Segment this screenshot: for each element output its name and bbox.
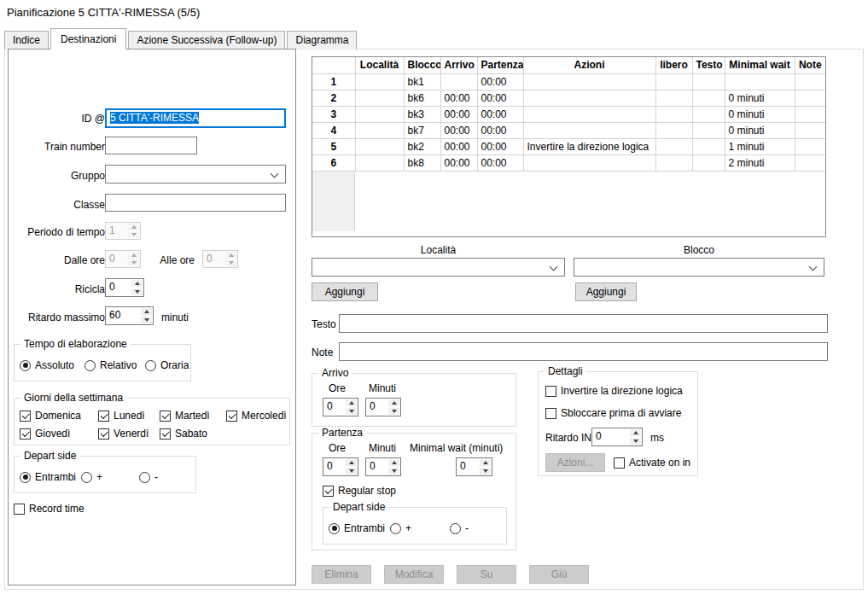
checkbox-sabato[interactable]: Sabato [160, 428, 207, 440]
train-number-input[interactable] [105, 137, 197, 154]
spin-up-icon[interactable] [141, 308, 152, 315]
checkbox-icon [98, 428, 109, 440]
checkbox-regular-stop[interactable]: Regular stop [323, 485, 396, 497]
spin-down-icon[interactable] [480, 468, 491, 475]
spin-down-icon[interactable] [131, 288, 143, 295]
checkbox-domenica[interactable]: Domenica [20, 410, 81, 422]
checkbox-sbloccare[interactable]: Sbloccare prima di avviare [545, 407, 681, 419]
blocco-label: Blocco [574, 244, 824, 256]
spin-down-icon[interactable] [388, 408, 399, 415]
radio-assoluto[interactable]: Assoluto [20, 359, 74, 371]
ritardo-massimo-label: Ritardo massimo [15, 312, 105, 323]
radio-plus[interactable]: + [81, 471, 102, 483]
localita-combobox[interactable] [312, 258, 565, 277]
radio-oraria[interactable]: Oraria [145, 359, 189, 371]
radio-partenza-entrambi[interactable]: Entrambi [329, 522, 385, 534]
partenza-ore-label: Ore [329, 442, 346, 454]
chevron-down-icon [271, 170, 279, 178]
arrivo-minuti-stepper[interactable]: 0 [365, 398, 401, 416]
tab-azione-successiva[interactable]: Azione Successiva (Follow-up) [128, 31, 285, 50]
id-label: ID @ [15, 113, 105, 125]
radio-partenza-plus[interactable]: + [390, 522, 411, 534]
spin-down-icon[interactable] [346, 408, 357, 415]
tab-indice[interactable]: Indice [4, 31, 49, 50]
radio-partenza-minus[interactable]: - [450, 522, 469, 534]
classe-input[interactable] [105, 194, 286, 212]
ritardo-in-stepper[interactable]: 0 [591, 428, 643, 446]
radio-icon [390, 523, 401, 534]
checkbox-icon [160, 411, 171, 422]
spin-up-icon[interactable] [630, 429, 641, 436]
partenza-minimal-wait-label: Minimal wait (minuti) [410, 442, 503, 454]
table-row[interactable]: 5bk200:0000:00Invertire la direzione log… [312, 138, 825, 154]
table-row[interactable]: 6bk800:0000:002 minuti [312, 154, 825, 171]
spin-up-icon[interactable] [388, 399, 399, 406]
aggiungi-localita-button[interactable]: Aggiungi [312, 282, 378, 301]
ricicla-stepper[interactable]: 0 [105, 278, 144, 297]
checkbox-giovedi[interactable]: Giovedì [20, 428, 70, 440]
spin-up-icon[interactable] [480, 459, 491, 466]
radio-icon [81, 472, 92, 483]
destinations-grid[interactable]: Località Blocco Arrivo Partenza Azioni l… [312, 56, 826, 237]
modifica-button[interactable]: Modifica [384, 565, 444, 584]
note-input[interactable] [339, 342, 828, 361]
alle-ore-stepper: 0 [202, 250, 238, 268]
id-input[interactable]: 5 CITTA'-RIMESSA [105, 108, 286, 128]
train-number-label: Train number [15, 141, 105, 153]
testo-label: Testo [312, 318, 336, 330]
arrivo-title: Arrivo [318, 367, 352, 379]
partenza-minimal-wait-stepper[interactable]: 0 [456, 457, 492, 476]
table-row[interactable]: 1bk100:00 [312, 73, 825, 90]
partenza-minuti-stepper[interactable]: 0 [365, 457, 401, 476]
aggiungi-blocco-button[interactable]: Aggiungi [575, 282, 637, 301]
checkbox-activate-on-in[interactable]: Activate on in [614, 457, 690, 469]
radio-minus[interactable]: - [139, 471, 158, 483]
spin-up-icon[interactable] [131, 280, 143, 287]
spin-down-icon [128, 232, 139, 239]
radio-entrambi[interactable]: Entrambi [20, 471, 76, 483]
checkbox-venerdi[interactable]: Venerdì [98, 428, 149, 440]
table-row[interactable]: 4bk700:0000:000 minuti [312, 122, 825, 138]
col-rowheader [312, 57, 355, 73]
tab-destinazioni[interactable]: Destinazioni [50, 28, 126, 50]
table-row[interactable]: 2bk600:0000:000 minuti [312, 90, 825, 106]
tempo-di-elaborazione-group: Tempo di elaborazione Assoluto Relativo … [14, 344, 191, 381]
spin-down-icon[interactable] [630, 438, 641, 445]
table-row[interactable]: 3bk300:0000:000 minuti [312, 106, 825, 122]
depart-side-title: Depart side [20, 450, 79, 462]
checkbox-mercoledi[interactable]: Mercoledì [226, 410, 287, 422]
checkbox-icon [614, 457, 625, 469]
checkbox-icon [14, 504, 25, 515]
spin-down-icon[interactable] [346, 468, 357, 475]
grid-rowheader-filler [312, 172, 355, 231]
radio-icon [450, 523, 461, 534]
tab-diagramma[interactable]: Diagramma [287, 31, 357, 50]
spin-up-icon [128, 252, 139, 259]
periodo-di-tempo-label: Periodo di tempo [15, 226, 105, 238]
elimina-button[interactable]: Elimina [312, 565, 371, 584]
spin-up-icon[interactable] [346, 459, 357, 466]
arrivo-ore-stepper[interactable]: 0 [323, 398, 358, 416]
checkbox-record-time[interactable]: Record time [14, 503, 84, 515]
spin-up-icon[interactable] [388, 459, 399, 466]
spin-down-icon[interactable] [388, 468, 399, 475]
radio-relativo[interactable]: Relativo [84, 359, 137, 371]
giu-button[interactable]: Giù [529, 565, 589, 584]
azioni-button[interactable]: Azioni... [545, 453, 605, 472]
su-button[interactable]: Su [457, 565, 516, 584]
blocco-combobox[interactable] [574, 258, 824, 277]
ritardo-massimo-stepper[interactable]: 60 [105, 306, 154, 325]
gruppo-combobox[interactable] [105, 165, 286, 183]
window-title: Pianificazione 5 CITTA'-RIMESSA (5/5) [7, 6, 200, 19]
spin-down-icon[interactable] [141, 317, 152, 323]
checkbox-lunedi[interactable]: Lunedì [98, 410, 145, 422]
checkbox-invertire-direzione[interactable]: Invertire la direzione logica [545, 385, 683, 397]
spin-up-icon[interactable] [346, 399, 357, 406]
partenza-depart-side-title: Depart side [329, 501, 388, 513]
checkbox-martedi[interactable]: Martedì [160, 410, 210, 422]
dalle-ore-stepper: 0 [105, 250, 141, 268]
testo-input[interactable] [339, 314, 828, 333]
tempo-di-elaborazione-title: Tempo di elaborazione [20, 338, 131, 350]
col-arrivo: Arrivo [440, 57, 477, 73]
partenza-ore-stepper[interactable]: 0 [323, 457, 358, 476]
